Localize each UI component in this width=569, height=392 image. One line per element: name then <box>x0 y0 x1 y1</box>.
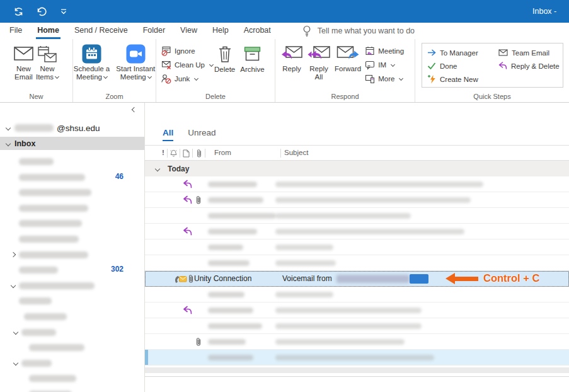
message-row[interactable] <box>145 334 569 350</box>
tell-me-label: Tell me what you want to do <box>318 26 415 35</box>
message-row[interactable] <box>145 303 569 318</box>
sidebar-folder-item[interactable] <box>0 355 144 371</box>
sidebar-folder-item[interactable] <box>0 200 144 216</box>
im-button[interactable]: IM <box>365 58 404 72</box>
chevron-down-icon[interactable] <box>13 360 18 365</box>
list-divider <box>145 376 569 377</box>
group-label-respond: Respond <box>275 93 415 100</box>
column-header-subject[interactable]: Subject <box>284 149 308 156</box>
send-receive-sync-icon[interactable] <box>11 4 25 18</box>
chevron-right-icon[interactable] <box>11 251 16 257</box>
message-row[interactable] <box>145 239 569 255</box>
quick-step-to-manager[interactable]: To Manager <box>427 46 498 59</box>
sidebar-folder-item[interactable] <box>0 185 144 200</box>
sidebar-folder-item[interactable]: 46 <box>0 170 144 185</box>
ignore-icon <box>161 46 171 56</box>
menu-tab-file[interactable]: File <box>2 23 30 39</box>
menu-tab-view[interactable]: View <box>173 23 205 39</box>
ribbon-group-new: New Email New Items New <box>0 39 73 102</box>
redacted-subject <box>275 292 333 297</box>
menu-tab-send-receive[interactable]: Send / Receive <box>67 23 135 39</box>
chevron-down-icon[interactable] <box>13 329 18 334</box>
menu-tab-acrobat[interactable]: Acrobat <box>236 23 279 39</box>
lightbulb-icon <box>302 25 311 37</box>
sidebar-item-inbox[interactable]: Inbox <box>0 137 144 150</box>
sidebar-folder-item[interactable] <box>0 154 144 170</box>
chevron-down-icon[interactable] <box>11 283 16 288</box>
new-items-button[interactable]: New Items <box>36 42 59 81</box>
menu-tab-home[interactable]: Home <box>30 23 67 39</box>
message-row[interactable] <box>145 318 569 334</box>
quick-step-done[interactable]: Done <box>427 59 498 72</box>
sidebar-folder-item[interactable]: 302 <box>0 262 144 278</box>
sidebar-folder-item[interactable] <box>0 293 144 309</box>
attachment-column-icon[interactable] <box>196 149 202 158</box>
new-items-icon <box>37 42 57 65</box>
sidebar-folder-item[interactable] <box>0 309 144 325</box>
group-label-delete: Delete <box>156 93 275 100</box>
reminder-bell-icon[interactable] <box>170 149 178 158</box>
account-header[interactable]: @shsu.edu <box>0 121 145 135</box>
clean-up-button[interactable]: Clean Up <box>161 58 214 72</box>
redacted-from <box>208 292 244 297</box>
sidebar-folder-item[interactable] <box>0 386 144 392</box>
chevron-down-icon <box>194 76 198 80</box>
message-row[interactable] <box>145 208 569 224</box>
start-instant-meeting-button[interactable]: Start Instant Meeting <box>116 42 155 81</box>
sidebar-folder-item[interactable] <box>0 371 144 386</box>
im-icon <box>365 61 375 70</box>
ribbon-group-zoom: Schedule a Meeting Start Instant Meeting… <box>73 39 156 102</box>
quick-step-team-email[interactable]: Team Email <box>498 46 560 59</box>
collapse-folder-pane-icon[interactable] <box>129 105 139 115</box>
redacted-subject <box>275 213 411 219</box>
new-email-button[interactable]: New Email <box>14 42 33 81</box>
chevron-down-icon <box>399 76 403 80</box>
account-domain: @shsu.edu <box>57 124 100 133</box>
redacted-from <box>208 182 257 187</box>
ribbon: New Email New Items New <box>0 39 569 103</box>
quick-steps-gallery: To Manager Done Create New <box>422 43 563 88</box>
sidebar-folder-item[interactable] <box>0 325 144 340</box>
group-header-today[interactable]: Today <box>145 161 569 176</box>
chevron-down-icon <box>391 62 395 66</box>
sidebar-folder-item[interactable] <box>0 278 144 294</box>
junk-button[interactable]: Junk <box>161 72 214 86</box>
redacted-folder-name <box>19 189 91 196</box>
message-row[interactable] <box>145 287 569 303</box>
meeting-button[interactable]: Meeting <box>365 44 404 58</box>
replied-arrow-icon <box>183 306 192 314</box>
paperclip-icon <box>188 274 194 284</box>
sidebar-folder-item[interactable] <box>0 340 144 355</box>
message-row[interactable] <box>145 255 569 271</box>
quick-step-reply-delete[interactable]: Reply & Delete <box>498 59 560 72</box>
more-button[interactable]: More <box>365 72 404 86</box>
item-type-column-icon[interactable] <box>183 149 190 158</box>
sidebar-folder-item[interactable] <box>0 231 144 247</box>
menu-tab-help[interactable]: Help <box>205 23 236 39</box>
ignore-button[interactable]: Ignore <box>161 44 214 58</box>
message-row-selected-voicemail[interactable]: Unity ConnectionVoicemail fromControl + … <box>145 271 569 287</box>
customize-toolbar-icon[interactable] <box>57 4 71 18</box>
redacted-folder-name <box>19 297 52 304</box>
redacted-subject <box>275 182 483 187</box>
quick-step-create-new[interactable]: Create New <box>427 72 498 86</box>
tab-all[interactable]: All <box>163 128 173 141</box>
message-row[interactable] <box>145 224 569 239</box>
ribbon-group-quick-steps: To Manager Done Create New <box>415 39 569 102</box>
tell-me-box[interactable]: Tell me what you want to do <box>302 25 415 37</box>
chevron-down-icon <box>209 62 214 66</box>
sidebar-folder-item[interactable] <box>0 247 144 263</box>
importance-column-icon[interactable]: ! <box>162 149 164 156</box>
message-row[interactable] <box>145 176 569 192</box>
message-rows: Unity ConnectionVoicemail fromControl + … <box>145 176 569 377</box>
tab-unread[interactable]: Unread <box>188 128 216 141</box>
quick-access-toolbar <box>0 4 71 18</box>
undo-icon[interactable] <box>34 4 48 18</box>
group-label-zoom: Zoom <box>73 93 156 100</box>
sidebar-folder-item[interactable] <box>0 216 144 231</box>
message-row[interactable] <box>145 192 569 208</box>
column-header-from[interactable]: From <box>214 149 231 156</box>
schedule-meeting-button[interactable]: Schedule a Meeting <box>74 42 110 81</box>
menu-tab-folder[interactable]: Folder <box>135 23 173 39</box>
message-row-highlighted[interactable] <box>145 350 569 366</box>
